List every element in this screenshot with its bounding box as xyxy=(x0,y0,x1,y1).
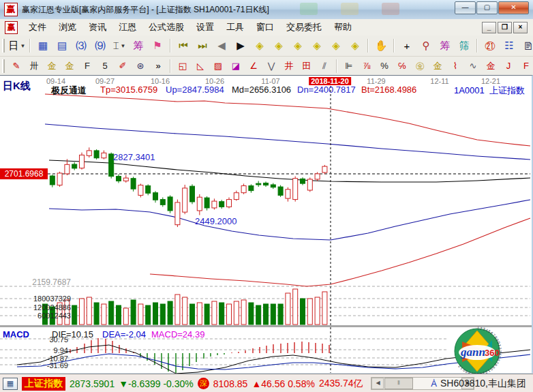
menu-item-公式选股[interactable]: 公式选股 xyxy=(142,19,190,35)
last-page-button[interactable]: ⏭ xyxy=(194,37,211,55)
cycle-tool[interactable]: ⊛ xyxy=(132,58,149,74)
menu-item-帮助[interactable]: 帮助 xyxy=(328,19,358,35)
grid-well-tool[interactable]: 井 xyxy=(281,58,297,74)
peak-price-label: 2827.3401 xyxy=(113,152,155,162)
gann-box-tool[interactable]: ▨ xyxy=(210,58,226,74)
percent-tool[interactable]: % xyxy=(376,58,393,74)
expand-both-button[interactable]: ◈ xyxy=(308,37,326,55)
compress-both-button[interactable]: ◈ xyxy=(289,37,307,55)
close-button[interactable]: ✕ xyxy=(498,1,529,14)
crosshair-button[interactable]: + xyxy=(398,37,416,55)
scale-tool[interactable]: ⊫ xyxy=(341,58,357,74)
toolbar-separator xyxy=(170,39,171,52)
dropdown-arrow-icon[interactable]: ▼ xyxy=(121,43,126,49)
calculator-icon[interactable]: ☷ xyxy=(500,37,518,55)
dropdown-arrow-icon[interactable]: ▼ xyxy=(20,43,26,49)
indicator-value: Bt=2168.4986 xyxy=(361,85,416,95)
compress-left-button[interactable]: ◈ xyxy=(251,37,269,55)
menu-item-江恩[interactable]: 江恩 xyxy=(112,19,142,35)
glass-reflection xyxy=(382,3,399,15)
five-hash-tool[interactable]: 5 xyxy=(97,58,113,74)
magnifier-button[interactable]: ⚲ xyxy=(417,37,435,55)
gold-line-tool[interactable]: 金 xyxy=(429,58,446,74)
quote-grid-icon[interactable]: ▦ xyxy=(3,378,18,390)
parallel-lines-tool[interactable]: ⫽ xyxy=(316,58,333,74)
brush-candle-tool[interactable]: ⌇ xyxy=(447,58,463,74)
menu-bar: 赢 文件浏览资讯江恩公式选股设置工具窗口交易委托帮助 _❐× xyxy=(0,19,533,36)
main-toolbar: 日▼▦▤⑶⑼⌶▼筹⚑⏮⏭◀▶◈◈◈◈◈◈✋+⚲筹筛㉑☷🖹▣⊕⎙ xyxy=(0,35,533,57)
macd-axis-label: 9.94 xyxy=(3,346,68,355)
menu-item-交易委托[interactable]: 交易委托 xyxy=(280,19,328,35)
period-daily-button[interactable]: 日▼ xyxy=(8,37,26,55)
info-note-icon[interactable]: ▤ xyxy=(53,37,71,55)
chip-tool-icon[interactable]: 筹 xyxy=(436,37,454,55)
gann-square-tool[interactable]: ◱ xyxy=(174,58,191,74)
percent7-tool[interactable]: ⅞ xyxy=(359,58,375,74)
chip-distribution-icon[interactable]: 筹 xyxy=(130,37,147,55)
gold-circle-tool[interactable]: ㊎ xyxy=(412,58,428,74)
indicator-name[interactable]: 极反通道 xyxy=(51,85,87,97)
menu-item-浏览[interactable]: 浏览 xyxy=(52,19,82,35)
notes-icon[interactable]: 🖹 xyxy=(519,37,533,55)
eraser-pen-tool[interactable]: ✎ xyxy=(8,58,25,74)
compass-tool[interactable]: ✐ xyxy=(115,58,131,74)
grid-field-tool[interactable]: 田 xyxy=(299,58,315,74)
status-stock-code[interactable]: SH603810,丰山集团 xyxy=(440,378,526,390)
prev-button[interactable]: ◀ xyxy=(213,37,230,55)
volume-axis-label: 180037329 xyxy=(3,295,71,303)
minimize-button[interactable]: — xyxy=(455,1,476,14)
scroll-left-arrow[interactable]: ◀ xyxy=(371,378,384,389)
sieve-tool-icon[interactable]: 筛 xyxy=(455,37,473,55)
symbol-label: 1A0001 上证指数 xyxy=(454,85,525,97)
angle-lines-tool[interactable]: ∠ xyxy=(245,58,262,74)
toolbar-grip[interactable] xyxy=(2,39,5,52)
chart-area[interactable]: 日K线 极反通道 1A0001 上证指数 2701.6968 2827.3401… xyxy=(0,75,533,373)
mdi-close-button[interactable]: × xyxy=(513,22,528,33)
menu-item-资讯[interactable]: 资讯 xyxy=(82,19,112,35)
macd-value: MACD=24.39 xyxy=(151,329,204,340)
percent-line-tool[interactable]: ℅ xyxy=(394,58,410,74)
scroll-thumb[interactable]: ⫴ xyxy=(384,378,413,389)
compress-right-button[interactable]: ◈ xyxy=(270,37,288,55)
gann-shade-tool[interactable]: ◪ xyxy=(228,58,244,74)
menu-item-文件[interactable]: 文件 xyxy=(22,19,52,35)
gold-under-tool[interactable]: 金 xyxy=(483,58,499,74)
next-button[interactable]: ▶ xyxy=(232,37,249,55)
indicator-value: Up=2847.5984 xyxy=(166,85,224,95)
bars-9-icon[interactable]: ⑼ xyxy=(91,37,109,55)
first-page-button[interactable]: ⏮ xyxy=(174,37,192,55)
candle-style-button[interactable]: ⌶▼ xyxy=(110,37,128,55)
bars-3-icon[interactable]: ⑶ xyxy=(72,37,90,55)
toolbar-separator xyxy=(476,39,478,52)
gann-fan-tool[interactable]: ◺ xyxy=(192,58,209,74)
toolbar-grip[interactable] xyxy=(2,59,5,73)
maximize-button[interactable]: ▢ xyxy=(476,1,498,14)
status-index-name[interactable]: 上证指数 xyxy=(22,377,65,391)
wave-tool[interactable]: ∿ xyxy=(465,58,481,74)
gold-hash-tool-2[interactable]: 金 xyxy=(61,58,78,74)
volume-axis-label: 120024886 xyxy=(3,303,71,312)
calendar-icon[interactable]: ㉑ xyxy=(481,37,499,55)
hash-grid-tool[interactable]: 卅 xyxy=(26,58,42,74)
more-tools-button[interactable]: » xyxy=(150,58,166,74)
pan-hand-button[interactable]: ✋ xyxy=(372,37,390,55)
mdi-restore-button[interactable]: ❐ xyxy=(498,22,512,33)
menu-item-窗口[interactable]: 窗口 xyxy=(250,19,280,35)
zoom-out-button[interactable]: ◈ xyxy=(327,37,345,55)
f-hash-tool[interactable]: F xyxy=(79,58,95,74)
zoom-in-button[interactable]: ◈ xyxy=(346,37,364,55)
drawing-toolbar: ✎卅金金F5✐⊛»◱◺▨◪∠⋁井田⫽⊫⅞%℅㊎金⌇∿金JF金神赢四 xyxy=(0,57,533,76)
angle-j-tool[interactable]: J xyxy=(500,58,517,74)
logo-word: gann xyxy=(460,346,485,359)
v-lines-tool[interactable]: ⋁ xyxy=(263,58,279,74)
angle-f-tool[interactable]: F xyxy=(518,58,533,74)
mdi-minimize-button[interactable]: _ xyxy=(482,22,496,33)
current-price-marker: 2701.6968 xyxy=(0,168,48,179)
net-grid-icon[interactable]: ▦ xyxy=(34,37,52,55)
gold-hash-tool-1[interactable]: 金 xyxy=(44,58,60,74)
color-flag-icon[interactable]: ⚑ xyxy=(149,37,166,55)
menu-item-工具[interactable]: 工具 xyxy=(220,19,250,35)
glass-reflection xyxy=(300,3,318,15)
menu-item-设置[interactable]: 设置 xyxy=(190,19,220,35)
window-title: 赢家江恩专业版[赢家内部服务平台] - [上证指数 SH1A0001-71日K线… xyxy=(22,4,269,16)
